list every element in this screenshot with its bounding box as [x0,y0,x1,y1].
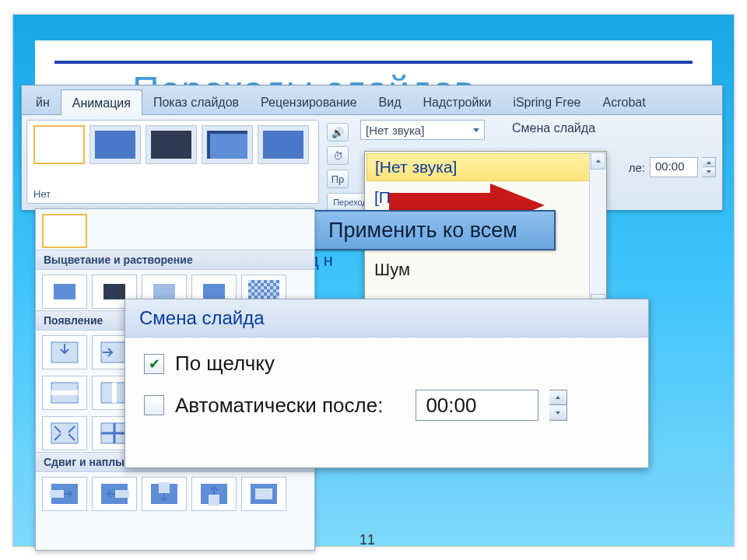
gallery-thumb[interactable] [42,477,87,511]
ribbon-tabstrip: йн Анимация Показ слайдов Рецензирование… [22,86,722,115]
transition-none-thumb[interactable] [33,125,85,164]
svg-rect-14 [50,490,64,498]
sound-option-none[interactable]: [Нет звука] [366,153,605,181]
time-spinner-small[interactable] [703,157,716,177]
svg-rect-22 [255,488,272,499]
transition-speed-icon[interactable]: ⏱ [327,146,349,165]
chevron-up-icon [707,161,711,164]
tab-addins[interactable]: Надстройки [412,89,503,114]
tab-ispring[interactable]: iSpring Free [502,89,591,114]
chevron-down-icon [556,411,560,415]
auto-after-label: Автоматически после: [175,394,383,418]
tab-animation[interactable]: Анимация [61,89,142,115]
preview-icon[interactable]: 🔊 [327,123,349,142]
slide-page-number: 11 [359,532,375,548]
transition-thumb[interactable] [202,125,253,164]
transition-gallery[interactable]: Нет [26,120,319,204]
sound-combo-value: [Нет звука] [366,124,424,137]
dropdown-scrollbar[interactable] [589,152,606,312]
slide-divider [54,61,693,64]
chevron-down-icon [707,170,711,173]
svg-rect-16 [115,490,129,498]
transition-thumb[interactable] [89,125,141,164]
tab-review[interactable]: Рецензирование [250,89,368,114]
auto-after-time-field[interactable]: 00:00 [416,390,538,421]
gallery-thumb[interactable] [241,477,286,511]
auto-after-checkbox[interactable] [144,395,164,415]
transition-thumb[interactable] [258,125,309,164]
gallery-thumb[interactable] [142,477,187,511]
advance-time-field-small[interactable]: 00:00 [650,157,698,177]
advance-slide-panel: Смена слайда ✔ По щелчку Автоматически п… [124,299,649,468]
apply-icon[interactable]: Пр [327,170,349,188]
sound-combo[interactable]: [Нет звука] [360,120,485,140]
sound-option-noise[interactable]: Шум [365,254,606,285]
chevron-up-icon [596,159,601,163]
svg-rect-20 [209,495,219,506]
gallery-thumb[interactable] [42,275,87,309]
svg-rect-18 [159,482,170,493]
tab-acrobat[interactable]: Acrobat [592,89,657,114]
on-click-label: По щелчку [175,352,275,376]
gallery-thumb[interactable] [42,376,87,410]
advance-slide-section-label: Смена слайда [512,121,595,135]
gallery-thumb-none[interactable] [42,214,87,248]
transition-thumb[interactable] [146,125,197,164]
svg-rect-7 [112,383,117,403]
gallery-thumb[interactable] [42,335,87,369]
on-click-checkbox[interactable]: ✔ [144,354,164,374]
svg-rect-5 [51,390,78,395]
tab-slideshow[interactable]: Показ слайдов [142,89,250,114]
chevron-up-icon [556,396,560,399]
gallery-section-fade: Выцветание и растворение [36,250,314,270]
tab-view[interactable]: Вид [368,89,412,114]
mini-pr-label: Пр [331,173,345,185]
auto-after-spinner[interactable] [549,390,567,421]
apply-to-all-callout: Применить ко всем [290,210,556,250]
gallery-thumb[interactable] [42,416,87,450]
after-label-suffix: ле: [629,161,645,174]
advance-slide-title: Смена слайда [125,299,648,338]
tab-design-cut[interactable]: йн [25,89,61,114]
chevron-down-icon [473,128,479,132]
gallery-thumb[interactable] [191,477,237,511]
transition-none-label: Нет [33,188,51,200]
gallery-thumb[interactable] [92,477,137,511]
